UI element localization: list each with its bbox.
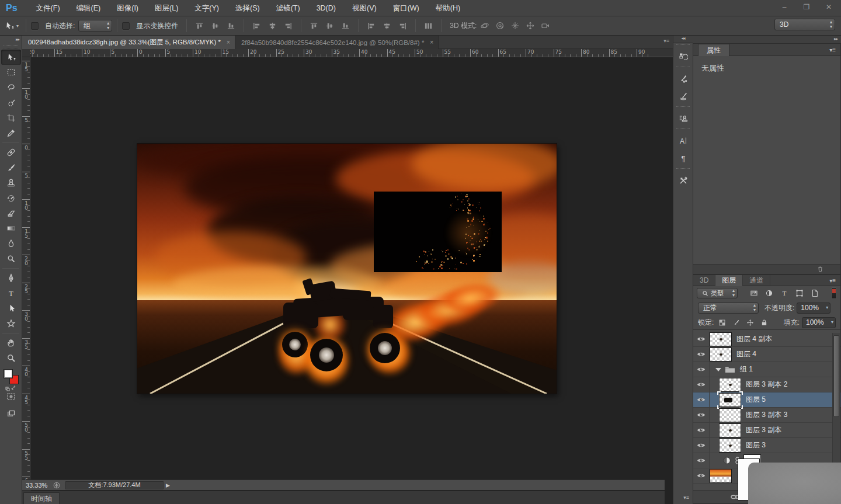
filter-shape-icon[interactable] (793, 288, 807, 298)
lock-pixels-icon[interactable] (730, 317, 742, 328)
distribute-horizontal-centers-icon[interactable] (383, 22, 391, 30)
visibility-eye-icon[interactable] (693, 347, 710, 362)
layer-thumbnail[interactable] (710, 332, 732, 346)
ruler-origin[interactable] (22, 49, 30, 57)
align-left-edges-icon[interactable] (252, 22, 261, 30)
workspace-switcher[interactable]: 3D▴▾ (774, 19, 835, 30)
document-tab-active[interactable]: 002948adhabd38idcz38gh.jpg @ 33.3%(图层 5,… (22, 36, 235, 49)
minimize-button[interactable]: – (777, 2, 792, 12)
visibility-eye-icon[interactable] (693, 362, 710, 377)
layer-row-图层 3 副本 2[interactable]: 图层 3 副本 2 (693, 377, 840, 392)
menu-item-9[interactable]: 视图(V) (344, 0, 385, 16)
distribute-right-icon[interactable] (398, 22, 407, 30)
panel-gripper[interactable] (4, 45, 18, 48)
zoom-tool[interactable] (1, 350, 21, 366)
vertical-ruler[interactable]: 15105051015202530354045505560 (22, 57, 30, 504)
tab-3d[interactable]: 3D (693, 275, 715, 286)
timeline-tab[interactable]: 时间轴 (23, 492, 60, 504)
eraser-tool[interactable] (1, 206, 21, 221)
properties-menu-icon[interactable]: ▾≡ (829, 47, 836, 53)
layer-row-图层 3[interactable]: 图层 3 (693, 438, 840, 453)
menu-item-6[interactable]: 选择(S) (227, 0, 268, 16)
crop-tool[interactable] (1, 110, 21, 126)
3d-roll-icon[interactable] (495, 21, 505, 30)
layer-thumbnail[interactable] (719, 378, 741, 392)
visibility-eye-icon[interactable] (693, 392, 710, 407)
lock-all-icon[interactable] (758, 317, 770, 328)
visibility-eye-icon[interactable] (693, 423, 710, 437)
layer-row-图层 3 副本[interactable]: 图层 3 副本 (693, 423, 840, 438)
document-tab-inactive[interactable]: 2f84a50b9840d8fe2554c864e502e140.jpg @ 5… (235, 36, 439, 49)
visibility-eye-icon[interactable] (693, 468, 710, 483)
tab-close-icon[interactable]: × (430, 39, 433, 46)
align-horizontal-centers-icon[interactable] (268, 22, 277, 30)
layer-thumbnail[interactable] (719, 408, 741, 422)
screen-mode-icon[interactable] (1, 406, 21, 422)
menu-item-4[interactable]: 图层(L) (147, 0, 186, 16)
hand-tool[interactable] (1, 335, 21, 350)
path-selection-tool[interactable] (1, 301, 21, 316)
distribute-left-icon[interactable] (367, 22, 376, 30)
group-expand-icon[interactable] (715, 368, 721, 371)
history-icon[interactable] (673, 48, 693, 65)
horizontal-ruler[interactable]: 2015105051015202530354045505560657075808… (30, 49, 673, 57)
trash-icon[interactable] (816, 265, 824, 273)
type-tool[interactable]: T (1, 286, 21, 301)
panel-gripper[interactable] (676, 67, 690, 69)
layer-thumbnail[interactable] (710, 347, 732, 362)
filter-type-icon[interactable]: T (777, 288, 791, 298)
layer-row-图层 5[interactable]: 图层 5 (693, 392, 840, 408)
layer-row-图层 4[interactable]: 图层 4 (693, 347, 840, 362)
fill-dropdown[interactable]: 100%▾ (802, 317, 836, 328)
visibility-eye-icon[interactable] (693, 438, 710, 453)
panel-gripper[interactable] (676, 128, 690, 131)
layer-row-图层 4 副本[interactable]: 图层 4 副本 (693, 332, 840, 347)
rectangular-marquee-tool[interactable] (1, 65, 21, 80)
opacity-dropdown[interactable]: 100%▾ (797, 303, 830, 314)
visibility-eye-icon[interactable] (693, 453, 710, 468)
foreground-color-swatch[interactable] (4, 369, 13, 378)
eyedropper-tool[interactable] (1, 126, 21, 141)
menu-item-3[interactable]: 图像(I) (109, 0, 147, 16)
layer-thumbnail[interactable] (710, 469, 732, 483)
menu-item-8[interactable]: 3D(D) (308, 0, 344, 16)
collapse-tools-icon[interactable]: ▸▸ (0, 36, 22, 44)
history-brush-tool[interactable] (1, 190, 21, 206)
3d-pan-icon[interactable] (510, 21, 520, 30)
dodge-tool[interactable] (1, 251, 21, 266)
panel-gripper[interactable] (676, 168, 690, 171)
auto-select-checkbox[interactable] (31, 22, 39, 30)
tab-overflow-icon[interactable]: ▾≡ (660, 36, 673, 48)
paragraph-icon[interactable]: ¶ (673, 150, 693, 167)
align-bottom-edges-icon[interactable] (227, 22, 235, 30)
filter-toggle-switch[interactable] (831, 287, 837, 299)
menu-item-5[interactable]: 文字(Y) (186, 0, 227, 16)
layer-thumbnail[interactable] (719, 423, 741, 437)
swap-colors-icon[interactable] (1, 384, 21, 392)
adjustment-layer-icon[interactable] (722, 456, 731, 465)
lock-transparency-icon[interactable] (716, 317, 728, 328)
expand-dock-icon[interactable]: ▸▸ (834, 36, 837, 41)
3d-camera-icon[interactable] (541, 21, 550, 30)
filter-adjustment-icon[interactable] (762, 288, 776, 298)
align-vertical-centers-icon[interactable] (211, 22, 220, 30)
panel-gripper[interactable] (676, 44, 690, 47)
clone-source-icon[interactable] (673, 110, 693, 127)
tab-close-icon[interactable]: × (227, 39, 230, 46)
status-flyout-icon[interactable]: ▶ (166, 482, 170, 488)
menu-item-2[interactable]: 编辑(E) (68, 0, 109, 16)
pen-tool[interactable] (1, 270, 21, 286)
tab-layers[interactable]: 图层 (715, 275, 743, 286)
close-button[interactable]: ✕ (821, 2, 836, 12)
tab-channels[interactable]: 通道 (743, 275, 770, 286)
distribute-bottom-icon[interactable] (341, 22, 350, 30)
auto-select-dropdown[interactable]: 组▴▾ (78, 20, 112, 32)
lasso-tool[interactable] (1, 80, 21, 95)
character-icon[interactable]: A (673, 132, 693, 150)
gradient-tool[interactable] (1, 221, 21, 236)
3d-orbit-icon[interactable] (480, 21, 489, 30)
panel-gripper[interactable] (676, 106, 690, 109)
zoom-level-field[interactable]: 33.33% (22, 482, 53, 489)
move-tool[interactable] (1, 50, 21, 65)
align-top-edges-icon[interactable] (195, 22, 204, 30)
